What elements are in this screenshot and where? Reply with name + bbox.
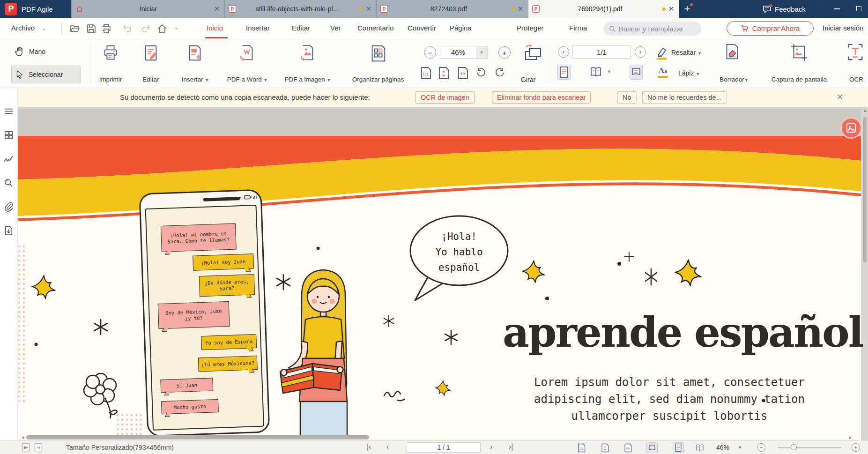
zoom-slider-thumb[interactable]: [791, 444, 797, 450]
rotate-right-icon[interactable]: [494, 66, 507, 81]
page-indicator-box[interactable]: [407, 442, 481, 453]
close-tab-icon[interactable]: ✕: [365, 5, 372, 13]
open-file-icon[interactable]: [69, 23, 81, 34]
print-button-label[interactable]: Imprimir: [92, 76, 129, 83]
search-icon[interactable]: [3, 178, 14, 188]
floating-image-tool-button[interactable]: [840, 117, 862, 139]
first-page-button[interactable]: |‹: [367, 443, 371, 451]
chevron-down-icon[interactable]: ▼: [738, 445, 742, 450]
book-view-icon[interactable]: [589, 65, 602, 80]
close-tab-icon[interactable]: ✕: [668, 5, 675, 13]
previous-view-icon[interactable]: [22, 443, 30, 453]
organize-pages-icon[interactable]: [369, 44, 387, 63]
eraser-label[interactable]: Borrador▼: [716, 76, 752, 83]
text-underline-icon[interactable]: Aa: [657, 67, 669, 78]
eraser-button-icon[interactable]: [723, 43, 741, 62]
sign-in-link[interactable]: Iniciar sesión: [823, 24, 864, 32]
page-indicator-input[interactable]: [407, 443, 480, 452]
scroll-view-icon[interactable]: [630, 65, 643, 80]
zoom-level-box[interactable]: ▼: [440, 46, 488, 59]
tab-iniciar[interactable]: Iniciar ✕: [71, 0, 225, 18]
export-page-icon[interactable]: [3, 225, 14, 236]
menu-pagina[interactable]: Página: [450, 24, 472, 32]
menu-ver[interactable]: Ver: [330, 24, 341, 32]
rotate-left-icon[interactable]: [474, 66, 487, 81]
scroll-left-icon[interactable]: ◂: [22, 434, 24, 440]
actual-size-icon[interactable]: 1:1: [419, 66, 432, 81]
horizontal-scroll-thumb[interactable]: [26, 435, 369, 439]
zoom-out-button[interactable]: −: [424, 46, 436, 59]
buy-now-button[interactable]: Comprar Ahora: [727, 21, 814, 36]
edit-button-icon[interactable]: [142, 44, 160, 63]
menu-icon[interactable]: [3, 106, 14, 117]
scroll-up-icon[interactable]: ▲: [863, 108, 868, 113]
menu-convertir[interactable]: Convertir: [408, 24, 436, 32]
chevron-down-icon[interactable]: ▼: [607, 69, 611, 74]
highlight-label[interactable]: Resaltar ▼: [671, 49, 702, 56]
previous-page-button[interactable]: ‹: [386, 443, 389, 451]
zoom-slider-track[interactable]: [778, 447, 841, 448]
page-indicator-box[interactable]: [572, 45, 631, 59]
rotate-label[interactable]: Girar: [521, 76, 535, 83]
menu-firma[interactable]: Firma: [569, 24, 587, 32]
page-indicator-input[interactable]: [573, 46, 631, 58]
ocr-button-icon[interactable]: [846, 43, 864, 62]
rotate-pages-icon[interactable]: [523, 43, 542, 63]
edit-button-label[interactable]: Editar: [134, 76, 168, 83]
search-box[interactable]: [604, 22, 701, 36]
zoom-out-button[interactable]: −: [757, 443, 765, 452]
new-tab-button[interactable]: +: [679, 0, 695, 18]
toolbar-collapse-icon[interactable]: ⌄: [174, 25, 178, 30]
screenshot-button-icon[interactable]: [790, 43, 808, 62]
save-icon[interactable]: [86, 23, 97, 34]
zoom-level-label[interactable]: 46%: [716, 444, 729, 451]
minimize-button[interactable]: [834, 8, 840, 9]
zoom-in-button[interactable]: +: [852, 443, 860, 452]
menu-proteger[interactable]: Proteger: [517, 24, 544, 32]
hand-tool[interactable]: Mano: [14, 46, 45, 57]
organize-pages-label[interactable]: Organizar páginas: [343, 76, 413, 83]
pdf-to-image-label[interactable]: PDF a imagen ▼: [275, 76, 340, 83]
fit-width-icon[interactable]: [456, 66, 469, 81]
vertical-scroll-thumb[interactable]: [863, 117, 867, 262]
ocr-image-button[interactable]: OCR de imagen: [415, 91, 475, 104]
next-page-button[interactable]: ›: [490, 443, 492, 451]
menu-editar[interactable]: Editar: [292, 24, 310, 32]
close-tab-icon[interactable]: ✕: [213, 5, 221, 13]
zoom-in-button[interactable]: +: [498, 46, 511, 59]
print-icon[interactable]: [101, 23, 112, 34]
tab-still-life[interactable]: P still-life-objects-with-role-pl... ✕: [225, 0, 377, 18]
print-button-icon[interactable]: [102, 44, 119, 63]
menu-archivo[interactable]: Archivo: [11, 24, 35, 32]
actual-size-icon[interactable]: 1:1: [576, 442, 587, 453]
home-icon[interactable]: [156, 23, 168, 34]
ocr-label[interactable]: OCR: [846, 76, 867, 83]
scroll-right-icon[interactable]: ▸: [849, 434, 852, 440]
feedback-button[interactable]: Feedback: [763, 0, 806, 18]
thumbnails-icon[interactable]: [3, 130, 14, 141]
screenshot-label[interactable]: Captura de pantalla: [762, 76, 837, 83]
single-page-view-icon[interactable]: [673, 442, 684, 453]
chevron-down-icon[interactable]: ⌄: [42, 26, 46, 31]
maximize-button[interactable]: [856, 6, 861, 11]
dont-remind-button[interactable]: No me lo recuerdes de...: [642, 91, 727, 104]
pdf-to-word-icon[interactable]: [238, 44, 256, 63]
remove-scan-background-button[interactable]: Eliminar fondo para escanear: [492, 91, 591, 104]
pdf-to-word-label[interactable]: PDF a Word ▼: [219, 76, 275, 83]
pencil-label[interactable]: Lápiz ▼: [678, 69, 700, 77]
close-banner-icon[interactable]: ✕: [837, 92, 843, 102]
chevron-down-icon[interactable]: ▼: [476, 46, 487, 58]
menu-inicio[interactable]: Inicio: [207, 24, 223, 32]
menu-comentario[interactable]: Comentario: [357, 24, 394, 32]
menu-insertar[interactable]: Insertar: [246, 24, 270, 32]
tab-8272403[interactable]: P 8272403.pdf ✕: [377, 0, 528, 18]
fit-page-icon[interactable]: [599, 442, 610, 453]
tab-7690294-active[interactable]: P 7690294(1).pdf ✕: [528, 0, 679, 18]
close-tab-icon[interactable]: ✕: [517, 5, 524, 13]
horizontal-scrollbar[interactable]: ◂ ▸: [22, 434, 852, 440]
single-page-view-icon[interactable]: [557, 65, 571, 80]
previous-page-button[interactable]: ‹: [558, 46, 569, 58]
insert-button-icon[interactable]: [186, 44, 204, 63]
highlighter-icon[interactable]: [655, 46, 669, 60]
fit-page-icon[interactable]: [437, 66, 450, 81]
